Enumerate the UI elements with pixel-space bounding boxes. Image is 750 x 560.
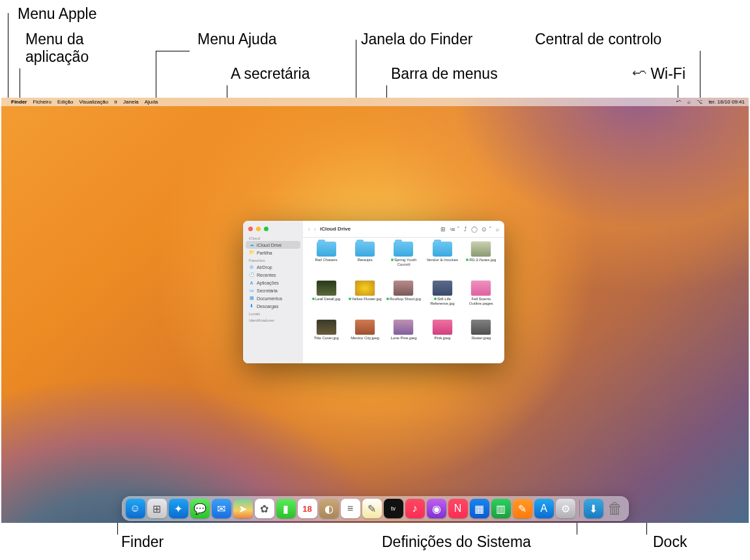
file-item[interactable]: Yellow Flower.jpg [347, 281, 382, 318]
callout-help-menu: Menu Ajuda [197, 31, 276, 48]
sidebar-item-label: Aplicações [257, 281, 279, 285]
menu-edit[interactable]: Edição [57, 99, 73, 105]
folder-icon [355, 242, 375, 257]
dock-mail[interactable]: ✉︎ [212, 499, 231, 518]
menu-file[interactable]: Ficheiro [33, 99, 51, 105]
file-thumbnail [433, 320, 452, 335]
sidebar-item-icon: 📁 [249, 250, 254, 255]
dock-safari[interactable]: ✦ [169, 499, 188, 518]
wifi-icon[interactable]: ⬿ [676, 99, 682, 105]
sidebar-item[interactable]: ☁︎iCloud Drive [246, 241, 300, 249]
sidebar-item[interactable]: ⬇︎Descargas [243, 302, 303, 310]
nav-forward-icon[interactable]: › [314, 226, 316, 232]
file-item[interactable]: Vendor & Invoices [424, 242, 460, 279]
menu-help[interactable]: Ajuda [145, 99, 158, 105]
dock-news[interactable]: N [448, 499, 468, 518]
action-icon[interactable]: ⊙ ˅ [482, 226, 492, 232]
file-item[interactable]: RD.2-Notes.jpg [463, 242, 499, 279]
finder-window[interactable]: iCloud☁︎iCloud Drive📁PartilhaFavoritos◎A… [243, 221, 504, 363]
dock-music[interactable]: ♪ [405, 499, 425, 518]
callout-finder: Finder [121, 533, 164, 551]
app-menu[interactable]: Finder [11, 99, 27, 105]
file-thumbnail [394, 320, 413, 335]
sidebar-item-label: Secretária [257, 288, 278, 293]
menu-window[interactable]: Janela [123, 99, 139, 105]
dock-finder[interactable]: ☺ [126, 499, 145, 518]
file-label: Yellow Flower.jpg [349, 297, 382, 301]
file-item[interactable]: Skater.jpeg [463, 320, 499, 357]
file-thumbnail [433, 281, 452, 296]
tag-dot-icon [466, 259, 469, 261]
dock-contacts[interactable]: ◐ [319, 499, 339, 518]
sidebar-item[interactable]: AAplicações [243, 279, 303, 287]
control-center-icon[interactable]: ⌥ [697, 99, 702, 105]
file-thumbnail [471, 242, 491, 257]
tag-dot-icon [391, 259, 394, 261]
dock-keynote[interactable]: ▦ [470, 499, 489, 518]
callout-app-menu: Menu da aplicação [25, 31, 89, 66]
file-item[interactable]: Mexico City.jpeg [347, 320, 382, 357]
dock-tv[interactable]: tv [384, 499, 403, 518]
file-item[interactable]: Fall Scents Outline.pages [463, 281, 499, 318]
dock-system-settings[interactable]: ⚙︎ [556, 499, 575, 518]
window-zoom[interactable] [264, 227, 268, 231]
desktop[interactable]: Finder Ficheiro Edição Visualização Ir J… [1, 98, 749, 523]
dock-launchpad[interactable]: ⊞ [147, 499, 167, 518]
dock-podcasts[interactable]: ◉ [427, 499, 446, 518]
spotlight-icon[interactable]: ⌕ [687, 99, 691, 105]
sidebar-item-label: iCloud Drive [257, 243, 281, 247]
sidebar-item-label: Documentos [257, 296, 282, 301]
sidebar-item[interactable]: 📁Partilha [243, 249, 303, 257]
menu-view[interactable]: Visualização [79, 99, 108, 105]
dock-reminders[interactable]: ≡ [341, 499, 360, 518]
dock-photos[interactable]: ✿ [255, 499, 274, 518]
sidebar-item[interactable]: 🕘Recentes [243, 271, 303, 279]
dock-appstore[interactable]: A [534, 499, 554, 518]
file-label: Rail Chasers [315, 258, 338, 262]
file-item[interactable]: Pink.jpeg [424, 320, 460, 357]
dock-calendar[interactable]: 18 [298, 499, 317, 518]
menu-go[interactable]: Ir [114, 99, 117, 105]
dock-notes[interactable]: ✎ [362, 499, 382, 518]
sidebar-item-icon: ☁︎ [249, 242, 254, 247]
nav-back-icon[interactable]: ‹ [308, 226, 310, 232]
dock-messages[interactable]: 💬 [190, 499, 210, 518]
file-item[interactable]: Title Cover.jpg [308, 320, 344, 357]
file-item[interactable]: Leaf Detail.jpg [308, 281, 344, 318]
dock-facetime[interactable]: ▮ [276, 499, 296, 518]
dock-numbers[interactable]: ▥ [491, 499, 511, 518]
window-close[interactable] [248, 227, 253, 231]
file-item[interactable]: Receipts [347, 242, 382, 279]
dock-downloads[interactable]: ⬇︎ [584, 499, 603, 518]
sidebar-item-icon: ▭ [249, 288, 254, 293]
finder-toolbar: ‹ › iCloud Drive ⊞ ≔ ˅ ⤴︎ ◯ ⊙ ˅ ⌕ [303, 221, 504, 238]
file-item[interactable]: Lone Pine.jpeg [386, 320, 422, 357]
tag-dot-icon [386, 298, 389, 300]
sidebar-item[interactable]: ▤Documentos [243, 294, 303, 302]
file-label: Lone Pine.jpeg [390, 336, 416, 341]
tag-dot-icon [434, 298, 437, 300]
sidebar-item-label: AirDrop [257, 265, 272, 270]
view-group-icon[interactable]: ≔ ˅ [450, 226, 461, 232]
sidebar-item[interactable]: ▭Secretária [243, 287, 303, 294]
dock-maps[interactable]: ➤ [233, 499, 253, 518]
sidebar-section-label: Locais [243, 310, 303, 316]
sidebar-item-icon: ◎ [249, 264, 254, 270]
callout-system-settings: Definições do Sistema [382, 533, 531, 551]
sidebar-section-label: Favoritos [243, 257, 303, 263]
file-item[interactable]: Rooftop Shoot.jpg [386, 281, 422, 318]
view-icons-icon[interactable]: ⊞ [440, 226, 446, 232]
menubar-datetime[interactable]: ter. 18/10 09:41 [708, 99, 745, 105]
share-icon[interactable]: ⤴︎ [464, 226, 467, 232]
tags-icon[interactable]: ◯ [471, 226, 478, 232]
file-item[interactable]: Spring Youth Council [386, 242, 422, 279]
dock-trash[interactable]: 🗑 [605, 499, 625, 518]
file-item[interactable]: Rail Chasers [308, 242, 344, 279]
dock-pages[interactable]: ✎ [513, 499, 532, 518]
sidebar-item[interactable]: ◎AirDrop [243, 263, 303, 271]
file-label: Skater.jpeg [471, 336, 491, 341]
tag-dot-icon [312, 298, 315, 300]
window-minimize[interactable] [256, 227, 261, 231]
search-icon[interactable]: ⌕ [496, 226, 499, 232]
file-item[interactable]: Still Life Reference.jpg [424, 281, 460, 318]
